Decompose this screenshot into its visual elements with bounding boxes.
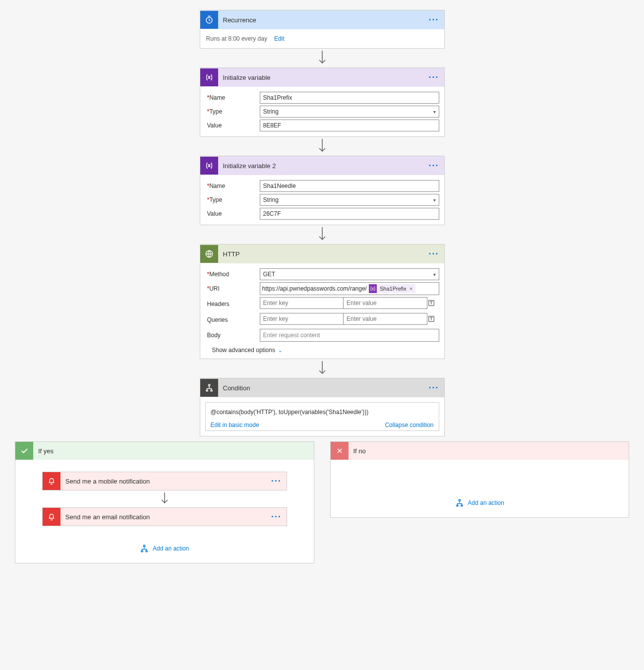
schedule-text: Runs at 8:00 every day [206, 35, 267, 42]
arrow-icon [200, 49, 445, 67]
recurrence-title: Recurrence [218, 16, 429, 24]
text-mode-icon[interactable] [427, 315, 439, 323]
advanced-toggle[interactable]: Show advanced options ⌄ [205, 344, 439, 354]
value-input[interactable] [260, 208, 439, 220]
condition-card: Condition ··· @contains(body('HTTP'), to… [200, 378, 445, 436]
variable-icon [200, 68, 218, 86]
init-var-card: Initialize variable ··· *Name *Type Stri… [200, 67, 445, 137]
edit-basic-link[interactable]: Edit in basic mode [211, 422, 259, 428]
type-label: *Type [205, 108, 260, 115]
cross-icon [331, 442, 349, 460]
init-var-title: Initialize variable [218, 74, 429, 81]
variable-icon [200, 157, 218, 175]
if-yes-header: If yes [15, 442, 314, 460]
action-email-notif: Send me an email notification ··· [42, 507, 287, 526]
if-yes-branch: If yes Send me a mobile notification ··· [15, 441, 314, 563]
recurrence-sub: Runs at 8:00 every day Edit [200, 29, 444, 48]
svg-rect-6 [211, 390, 212, 391]
condition-header[interactable]: Condition ··· [200, 378, 444, 397]
recurrence-header[interactable]: Recurrence ··· [200, 10, 444, 29]
value-input[interactable] [260, 120, 439, 131]
svg-rect-4 [208, 384, 210, 386]
init-var-header[interactable]: Initialize variable ··· [200, 68, 444, 87]
header-value-input[interactable] [343, 297, 427, 309]
method-select[interactable]: GET ▾ [260, 268, 439, 280]
query-key-input[interactable] [260, 313, 344, 325]
chevron-down-icon: ▾ [433, 197, 436, 203]
name-label: *Name [205, 94, 260, 101]
svg-rect-9 [146, 551, 147, 552]
uri-label: *URI [205, 285, 260, 292]
arrow-icon [160, 490, 169, 507]
arrow-icon [200, 225, 445, 244]
expression-text: @contains(body('HTTP'), toUpper(variable… [211, 409, 434, 416]
check-icon [15, 442, 33, 460]
condition-expression-box[interactable]: @contains(body('HTTP'), toUpper(variable… [205, 402, 439, 431]
type-select[interactable]: String ▾ [260, 194, 439, 206]
action-mobile-notif: Send me a mobile notification ··· [42, 472, 287, 490]
init-var2-title: Initialize variable 2 [218, 162, 429, 170]
method-label: *Method [205, 271, 260, 278]
recurrence-card: Recurrence ··· Runs at 8:00 every day Ed… [200, 10, 445, 49]
name-label: *Name [205, 183, 260, 189]
chevron-down-icon: ▾ [433, 109, 436, 115]
more-icon[interactable]: ··· [271, 514, 282, 519]
variable-pill: {x} Sha1Prefix × [369, 284, 415, 293]
add-action-button[interactable]: Add an action [455, 498, 504, 507]
if-no-branch: If no Add an action [330, 441, 630, 518]
more-icon[interactable]: ··· [428, 17, 439, 22]
remove-pill-icon[interactable]: × [410, 286, 412, 292]
action-header[interactable]: Send me a mobile notification ··· [43, 472, 287, 490]
name-input[interactable] [260, 92, 439, 104]
add-step-icon [140, 544, 149, 553]
type-label: *Type [205, 196, 260, 203]
more-icon[interactable]: ··· [271, 479, 282, 484]
if-no-title: If no [349, 447, 629, 455]
variable-icon: {x} [369, 284, 377, 293]
edit-link[interactable]: Edit [274, 35, 285, 42]
action-title: Send me a mobile notification [60, 478, 271, 485]
value-label: Value [205, 210, 260, 217]
arrow-icon [200, 137, 445, 156]
body-label: Body [205, 332, 260, 339]
if-yes-title: If yes [33, 447, 314, 455]
init-var2-card: Initialize variable 2 ··· *Name *Type St… [200, 156, 445, 225]
globe-icon [200, 245, 218, 263]
condition-title: Condition [218, 384, 429, 392]
http-header[interactable]: HTTP ··· [200, 244, 444, 263]
chevron-down-icon: ▾ [433, 272, 436, 277]
action-title: Send me an email notification [60, 513, 271, 521]
add-step-icon [455, 498, 464, 507]
more-icon[interactable]: ··· [428, 251, 439, 256]
query-value-input[interactable] [343, 313, 427, 325]
action-header[interactable]: Send me an email notification ··· [43, 508, 287, 526]
clock-icon [200, 11, 218, 29]
chevron-down-icon: ⌄ [278, 348, 282, 353]
condition-icon [200, 379, 218, 397]
name-input[interactable] [260, 180, 439, 192]
svg-rect-5 [206, 390, 208, 391]
queries-label: Queries [205, 316, 260, 323]
more-icon[interactable]: ··· [428, 75, 439, 80]
header-key-input[interactable] [260, 297, 344, 309]
body-input[interactable]: Enter request content [260, 329, 439, 342]
uri-input[interactable]: https://api.pwnedpasswords.com/range/ {x… [260, 282, 439, 295]
bell-icon [43, 508, 60, 526]
svg-rect-7 [144, 545, 145, 547]
text-mode-icon[interactable] [427, 299, 439, 307]
bell-icon [43, 472, 60, 490]
svg-rect-10 [459, 499, 460, 501]
http-card: HTTP ··· *Method GET ▾ *URI [200, 244, 445, 359]
more-icon[interactable]: ··· [428, 385, 439, 390]
arrow-icon [200, 359, 445, 378]
collapse-link[interactable]: Collapse condition [385, 422, 433, 428]
type-select[interactable]: String ▾ [260, 106, 439, 118]
svg-rect-8 [141, 551, 143, 552]
more-icon[interactable]: ··· [428, 163, 439, 168]
http-title: HTTP [218, 250, 429, 258]
init-var2-header[interactable]: Initialize variable 2 ··· [200, 156, 444, 175]
if-no-header: If no [331, 442, 629, 460]
headers-label: Headers [205, 301, 260, 307]
add-action-button[interactable]: Add an action [140, 544, 189, 553]
svg-rect-12 [461, 505, 463, 506]
